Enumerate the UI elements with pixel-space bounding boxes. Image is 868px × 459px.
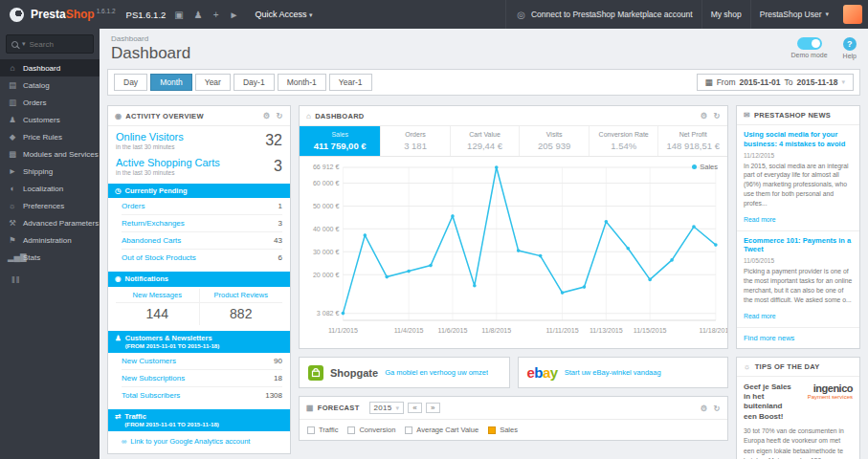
y-tick-label: 66 912 € bbox=[313, 164, 340, 171]
forecast-legend-conversion[interactable]: Conversion bbox=[347, 426, 395, 434]
read-more-link[interactable]: Read more bbox=[744, 216, 776, 223]
sidebar-item-orders[interactable]: ▥Orders bbox=[0, 94, 100, 111]
sidebar-item-stats[interactable]: ▂▅▇Stats bbox=[0, 249, 100, 266]
add-icon[interactable]: + bbox=[213, 10, 219, 20]
refresh-icon[interactable]: ↻ bbox=[714, 111, 721, 120]
article-title-link[interactable]: Using social media for your business: 4 … bbox=[744, 130, 853, 149]
ebay-logo: ebay bbox=[527, 364, 558, 381]
customers-row-new-subscriptions[interactable]: New Subscriptions18 bbox=[122, 370, 282, 387]
sidebar-item-customers[interactable]: ♟Customers bbox=[0, 111, 100, 128]
user-menu[interactable]: PrestaShop User ▾ bbox=[750, 0, 837, 29]
ebay-link[interactable]: Start uw eBay-winkel vandaag bbox=[565, 368, 661, 377]
data-point bbox=[692, 225, 696, 229]
new-messages-cell[interactable]: New Messages 144 bbox=[116, 289, 200, 325]
search-icon bbox=[11, 41, 18, 48]
sidebar-item-shipping[interactable]: ►Shipping bbox=[0, 163, 100, 180]
search-input[interactable] bbox=[30, 40, 85, 49]
date-range-picker[interactable]: ▦ From2015-11-01 To2015-11-18 ▾ bbox=[697, 74, 854, 91]
quick-access-menu[interactable]: Quick Access ▾ bbox=[256, 10, 313, 19]
product-reviews-cell[interactable]: Product Reviews 882 bbox=[200, 289, 283, 325]
kpi-visits[interactable]: Visits205 939 bbox=[520, 126, 590, 156]
activity-icon: ◉ bbox=[115, 112, 122, 120]
google-analytics-link[interactable]: ∞ Link to your Google Analytics account bbox=[108, 431, 290, 453]
y-tick-label: 20 000 € bbox=[313, 272, 340, 278]
sidebar-item-localization[interactable]: ◐Localization bbox=[0, 180, 100, 197]
user-avatar[interactable] bbox=[843, 5, 862, 24]
read-more-link[interactable]: Read more bbox=[744, 313, 776, 319]
marketplace-link[interactable]: ◎Connect to PrestaShop Marketplace accou… bbox=[505, 0, 701, 29]
article-title-link[interactable]: Ecommerce 101: Payments in a Tweet bbox=[744, 236, 853, 255]
breadcrumb[interactable]: Dashboard bbox=[111, 34, 190, 43]
orders-icon: ▥ bbox=[8, 98, 17, 107]
currently-pending-header: ◷ Currently Pending bbox=[108, 184, 290, 198]
sidebar-item-preferences[interactable]: ☼Preferences bbox=[0, 197, 100, 214]
administration-icon: ⚑ bbox=[8, 235, 17, 245]
demo-mode-toggle[interactable] bbox=[797, 37, 822, 50]
sidebar-item-modules[interactable]: ▩Modules and Services bbox=[0, 145, 100, 163]
filter-day-1-button[interactable]: Day-1 bbox=[234, 74, 275, 91]
data-point bbox=[517, 249, 521, 252]
customer-icon[interactable]: ♟ bbox=[194, 10, 203, 20]
forecast-legend-sales[interactable]: Sales bbox=[488, 426, 518, 434]
data-point bbox=[451, 214, 455, 218]
pending-row-returns[interactable]: Return/Exchanges3 bbox=[122, 215, 282, 232]
sidebar-search[interactable]: ▾ bbox=[6, 34, 94, 54]
active-carts-link[interactable]: Active Shopping Carts bbox=[116, 157, 274, 168]
shop-name-link[interactable]: PS1.6.1.2 bbox=[126, 10, 167, 20]
lightbulb-icon: ☼ bbox=[744, 362, 751, 371]
panel-title: ACTIVITY OVERVIEW bbox=[125, 112, 204, 120]
forecast-legend-traffic[interactable]: Traffic bbox=[307, 426, 338, 434]
filter-year-1-button[interactable]: Year-1 bbox=[329, 74, 372, 91]
filter-year-button[interactable]: Year bbox=[195, 74, 231, 91]
forecast-legend-average-cart-value[interactable]: Average Cart Value bbox=[405, 426, 479, 434]
shopgate-promo[interactable]: Shopgate Ga mobiel en verhoog uw omzet bbox=[299, 357, 510, 388]
pending-row-abandoned-carts[interactable]: Abandoned Carts43 bbox=[122, 232, 282, 250]
find-more-news-link[interactable]: Find more news bbox=[737, 328, 859, 348]
prev-year-button[interactable]: « bbox=[408, 403, 422, 413]
sidebar-item-price-rules[interactable]: ◆Price Rules bbox=[0, 128, 100, 145]
customers-row-new-customers[interactable]: New Customers90 bbox=[122, 353, 282, 370]
kpi-conversion-rate[interactable]: Conversion Rate1.54% bbox=[590, 126, 659, 156]
year-select[interactable]: 2015▾ bbox=[369, 402, 405, 414]
kpi-orders[interactable]: Orders3 181 bbox=[381, 126, 451, 156]
online-visitors-link[interactable]: Online Visitors bbox=[116, 131, 265, 142]
sidebar-item-administration[interactable]: ⚑Administration bbox=[0, 231, 100, 249]
filter-month-button[interactable]: Month bbox=[150, 74, 192, 91]
next-year-button[interactable]: » bbox=[426, 403, 440, 413]
chart-legend-sales[interactable]: Sales bbox=[692, 163, 718, 171]
settings-icon[interactable]: ⚙ bbox=[701, 111, 708, 120]
data-point bbox=[561, 291, 565, 295]
settings-icon[interactable]: ⚙ bbox=[263, 111, 271, 120]
help-icon[interactable]: ? bbox=[843, 37, 857, 51]
settings-icon[interactable]: ⚙ bbox=[701, 404, 708, 413]
my-shop-link[interactable]: My shop bbox=[701, 0, 750, 29]
kpi-sales[interactable]: Sales411 759,00 € bbox=[300, 126, 381, 156]
forecast-icon: ▦ bbox=[306, 404, 314, 412]
ebay-promo[interactable]: ebay Start uw eBay-winkel vandaag bbox=[518, 357, 729, 388]
dashboard-panel: ⌂ DASHBOARD ⚙↻ Sales411 759,00 € Orders3… bbox=[299, 105, 728, 349]
kpi-net-profit[interactable]: Net Profit148 918,51 € bbox=[658, 126, 727, 156]
page-header: Dashboard Dashboard Demo mode ? Help bbox=[100, 29, 868, 65]
data-point bbox=[605, 220, 609, 224]
refresh-icon[interactable]: ↻ bbox=[277, 111, 283, 120]
data-point bbox=[670, 258, 674, 262]
sidebar-collapse-toggle[interactable]: ‖‖ bbox=[11, 275, 100, 285]
sidebar-item-advanced-parameters[interactable]: ⚒Advanced Parameters bbox=[0, 214, 100, 231]
shop-cart-icon[interactable]: ▣ bbox=[174, 10, 183, 20]
customers-row-total-subscribers[interactable]: Total Subscribers1308 bbox=[122, 387, 282, 404]
tips-headline: Geef je Sales in het buitenland een Boos… bbox=[744, 382, 797, 423]
preferences-icon: ☼ bbox=[8, 201, 17, 210]
filter-month-1-button[interactable]: Month-1 bbox=[278, 74, 326, 91]
globe-icon: ◐ bbox=[8, 184, 17, 193]
pending-row-out-of-stock[interactable]: Out of Stock Products6 bbox=[122, 250, 282, 266]
prestashop-logo[interactable]: PrestaShop1.6.1.2 bbox=[31, 8, 116, 21]
filter-day-button[interactable]: Day bbox=[114, 74, 147, 91]
kpi-cart-value[interactable]: Cart Value129,44 € bbox=[451, 126, 521, 156]
sidebar-item-catalog[interactable]: ▤Catalog bbox=[0, 76, 100, 94]
rocket-icon[interactable]: ► bbox=[230, 10, 239, 20]
shopgate-link[interactable]: Ga mobiel en verhoog uw omzet bbox=[385, 368, 488, 377]
refresh-icon[interactable]: ↻ bbox=[714, 404, 721, 413]
search-scope-caret-icon[interactable]: ▾ bbox=[22, 40, 26, 48]
pending-row-orders[interactable]: Orders1 bbox=[122, 198, 282, 215]
sidebar-item-dashboard[interactable]: ⌂Dashboard bbox=[0, 59, 100, 76]
